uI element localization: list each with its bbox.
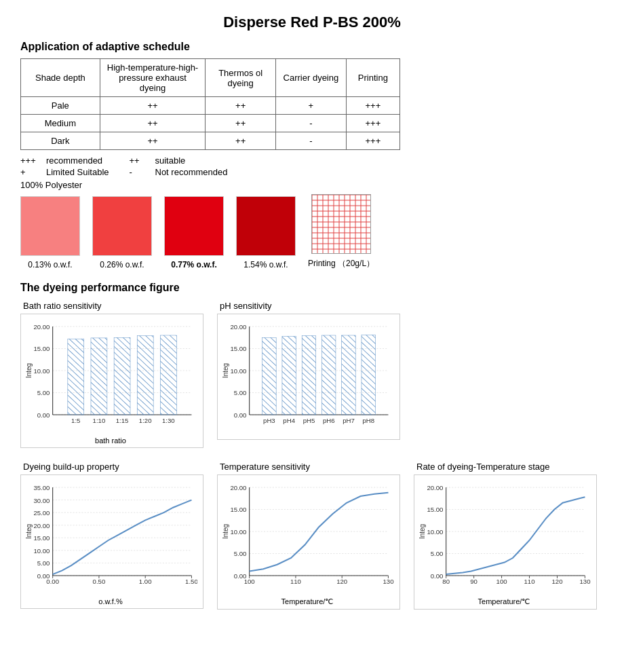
svg-text:1:15: 1:15 xyxy=(116,417,129,424)
svg-text:35.00: 35.00 xyxy=(33,485,50,491)
svg-text:15.00: 15.00 xyxy=(230,507,246,514)
svg-text:0.00: 0.00 xyxy=(46,578,59,585)
svg-rect-71 xyxy=(362,335,375,415)
svg-rect-46 xyxy=(160,335,176,415)
svg-text:5.00: 5.00 xyxy=(37,561,50,567)
svg-text:30.00: 30.00 xyxy=(33,498,50,504)
svg-text:5.00: 5.00 xyxy=(431,551,444,558)
swatch-item: Printing （20g/L） xyxy=(308,194,374,269)
svg-text:Integ: Integ xyxy=(24,524,32,539)
swatch-item: 1.54% o.w.f. xyxy=(236,196,296,269)
svg-text:pH5: pH5 xyxy=(303,417,315,424)
buildup-xlabel: o.w.f.% xyxy=(24,597,197,605)
chart-rate-dyeing-title: Rate of dyeing-Temperature stage xyxy=(414,462,597,472)
svg-rect-38 xyxy=(68,339,84,415)
chart-buildup-title: Dyeing build-up property xyxy=(20,462,203,472)
svg-text:1:10: 1:10 xyxy=(93,417,106,424)
svg-text:1:30: 1:30 xyxy=(162,417,175,424)
swatches-row: 0.13% o.w.f.0.26% o.w.f.0.77% o.w.f.1.54… xyxy=(20,194,604,269)
svg-rect-42 xyxy=(114,337,130,415)
svg-text:130: 130 xyxy=(579,578,590,585)
svg-text:pH3: pH3 xyxy=(263,417,275,424)
svg-text:15.00: 15.00 xyxy=(33,536,50,542)
svg-text:130: 130 xyxy=(383,578,393,585)
svg-rect-40 xyxy=(91,338,107,415)
swatch-item: 0.77% o.w.f. xyxy=(164,196,224,269)
svg-text:Integ: Integ xyxy=(221,524,229,539)
chart-rate-dyeing: Rate of dyeing-Temperature stage 0.005.0… xyxy=(414,462,597,610)
chart-buildup: Dyeing build-up property 0.005.0010.0015… xyxy=(20,462,203,610)
svg-text:20.00: 20.00 xyxy=(33,523,50,529)
charts-row-1: Bath ratio sensitivity 0.005.0010.0015.0… xyxy=(20,301,604,448)
svg-text:20.00: 20.00 xyxy=(230,485,246,491)
swatch-label: 0.77% o.w.f. xyxy=(171,260,217,269)
svg-text:10.00: 10.00 xyxy=(427,529,443,536)
svg-text:1.00: 1.00 xyxy=(139,578,152,585)
swatch-label: 0.13% o.w.f. xyxy=(28,260,72,269)
svg-text:100: 100 xyxy=(496,578,507,585)
svg-text:80: 80 xyxy=(442,578,450,585)
chart-ph: pH sensitivity 0.005.0010.0015.0020.00In… xyxy=(217,301,400,448)
svg-text:pH7: pH7 xyxy=(343,417,355,424)
svg-text:25.00: 25.00 xyxy=(33,510,50,517)
svg-rect-65 xyxy=(302,336,315,415)
svg-text:5.00: 5.00 xyxy=(234,390,247,397)
section1-title: Application of adaptive schedule xyxy=(20,41,604,53)
svg-text:pH8: pH8 xyxy=(362,417,374,424)
svg-text:0.00: 0.00 xyxy=(234,412,247,419)
svg-text:0.50: 0.50 xyxy=(93,578,106,585)
swatch-label: 0.26% o.w.f. xyxy=(100,260,144,269)
svg-rect-63 xyxy=(282,336,296,415)
svg-text:0.00: 0.00 xyxy=(431,573,444,580)
svg-text:15.00: 15.00 xyxy=(33,346,50,353)
svg-text:1:5: 1:5 xyxy=(71,417,80,424)
svg-rect-44 xyxy=(137,336,153,415)
svg-text:120: 120 xyxy=(552,578,563,585)
svg-text:10.00: 10.00 xyxy=(230,368,246,375)
svg-text:pH4: pH4 xyxy=(283,417,295,424)
svg-text:0.00: 0.00 xyxy=(37,412,50,419)
charts-row-2: Dyeing build-up property 0.005.0010.0015… xyxy=(20,462,604,610)
svg-text:Integ: Integ xyxy=(418,524,425,539)
svg-text:10.00: 10.00 xyxy=(33,368,50,375)
chart-temp-sensitivity-title: Temperature sensitivity xyxy=(217,462,400,472)
bath-ratio-xlabel: bath ratio xyxy=(24,436,197,445)
schedule-table: Shade depthHigh-temperature-high-pressur… xyxy=(20,58,400,150)
chart-bath-ratio: Bath ratio sensitivity 0.005.0010.0015.0… xyxy=(20,301,203,448)
svg-text:Integ: Integ xyxy=(24,363,32,378)
svg-text:20.00: 20.00 xyxy=(230,324,246,331)
svg-text:100: 100 xyxy=(244,578,255,585)
swatch-item: 0.26% o.w.f. xyxy=(92,196,152,269)
legend: +++recommended+Limited Suitable ++suitab… xyxy=(20,155,604,177)
svg-text:20.00: 20.00 xyxy=(33,324,50,331)
chart-bath-ratio-title: Bath ratio sensitivity xyxy=(20,301,203,311)
svg-text:Integ: Integ xyxy=(221,363,229,378)
swatch-label: Printing （20g/L） xyxy=(308,258,374,269)
svg-text:5.00: 5.00 xyxy=(234,551,247,558)
svg-text:10.00: 10.00 xyxy=(33,548,50,555)
svg-text:90: 90 xyxy=(470,578,477,585)
svg-text:pH6: pH6 xyxy=(323,417,335,424)
svg-text:1:20: 1:20 xyxy=(139,417,152,424)
chart-temp-sensitivity: Temperature sensitivity 0.005.0010.0015.… xyxy=(217,462,400,610)
svg-text:120: 120 xyxy=(336,578,347,585)
svg-text:20.00: 20.00 xyxy=(427,485,443,491)
rate-dyeing-xlabel: Temperature/℃ xyxy=(417,597,591,606)
chart-ph-title: pH sensitivity xyxy=(217,301,400,311)
swatch-label: 1.54% o.w.f. xyxy=(243,260,288,269)
svg-rect-67 xyxy=(321,335,335,415)
svg-text:1.50: 1.50 xyxy=(185,578,197,585)
svg-text:5.00: 5.00 xyxy=(37,390,50,397)
svg-rect-61 xyxy=(262,337,276,415)
svg-text:15.00: 15.00 xyxy=(230,346,246,353)
section2-title: The dyeing performance figure xyxy=(20,282,604,294)
swatch-item: 0.13% o.w.f. xyxy=(20,196,80,269)
svg-text:10.00: 10.00 xyxy=(230,529,246,536)
svg-rect-69 xyxy=(342,335,355,415)
polyester-label: 100% Polyester xyxy=(20,180,604,190)
svg-text:110: 110 xyxy=(290,578,301,585)
svg-text:15.00: 15.00 xyxy=(427,507,443,514)
temp-sensitivity-xlabel: Temperature/℃ xyxy=(220,597,394,606)
page-title: Disperse Red P-BS 200% xyxy=(20,14,604,31)
svg-text:110: 110 xyxy=(524,578,535,585)
